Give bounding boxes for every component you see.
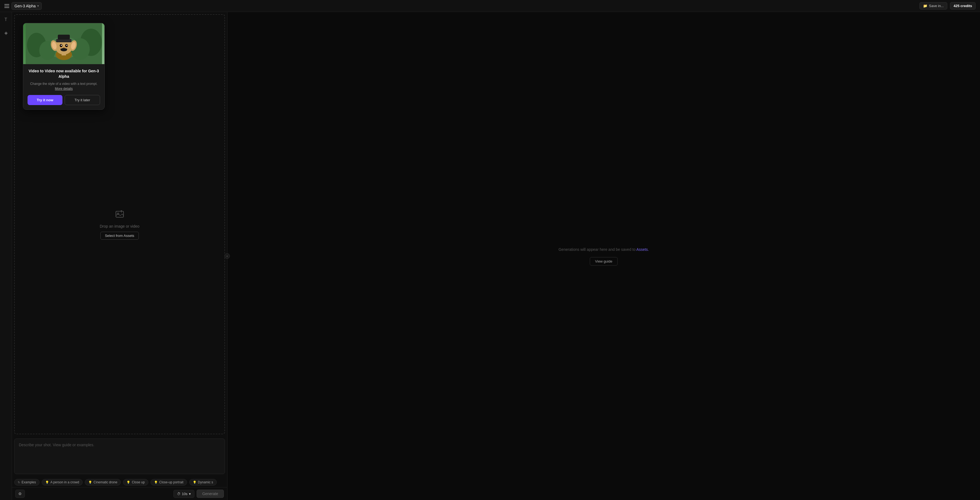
popup-buttons: Try it now Try it later [27, 95, 100, 105]
sliders-icon: ⚙ [18, 492, 22, 496]
try-later-button[interactable]: Try it later [65, 95, 100, 105]
generate-label: Generate [202, 492, 218, 496]
header-left: Gen-3 Alpha ▾ [4, 2, 42, 10]
crowd-chip[interactable]: 💡 A person in a crowd [42, 479, 83, 486]
left-panel: Drop an image or video Select from Asset… [12, 12, 228, 500]
examples-chip[interactable]: ↻ Examples [14, 479, 40, 486]
dynamic-label: Dynamic s [198, 480, 213, 484]
layers-icon[interactable]: ◈ [2, 29, 10, 37]
closeup-label: Close up [132, 480, 145, 484]
collapse-panel-button[interactable]: ‹ [224, 253, 230, 259]
feature-popup: Video to Video now available for Gen-3 A… [23, 23, 105, 110]
bottom-bar: ⚙ ⏱ 10s ▾ Generate [12, 487, 227, 500]
right-panel: Generations will appear here and be save… [228, 12, 980, 500]
app-selector[interactable]: Gen-3 Alpha ▾ [11, 2, 42, 10]
popup-desc-text: Change the style of a video with a text … [30, 82, 98, 86]
try-now-button[interactable]: Try it now [27, 95, 62, 105]
assets-link[interactable]: Assets. [636, 247, 649, 252]
bulb-icon-5: 💡 [193, 481, 197, 484]
app-name: Gen-3 Alpha [14, 4, 36, 8]
bulb-icon-4: 💡 [154, 481, 158, 484]
popup-image [23, 23, 105, 64]
save-button[interactable]: 📁 Save in... [920, 2, 947, 10]
bulb-icon: 💡 [45, 481, 49, 484]
chevron-icon: ▾ [189, 492, 191, 496]
save-label: Save in... [929, 4, 944, 8]
drop-zone-label: Drop an image or video [100, 224, 140, 228]
header: Gen-3 Alpha ▾ 📁 Save in... 425 credits [0, 0, 980, 12]
closeup-chip[interactable]: 💡 Close up [123, 479, 148, 486]
bottom-right-controls: ⏱ 10s ▾ Generate [173, 490, 224, 498]
portrait-label: Close-up portrait [159, 480, 183, 484]
prompt-input[interactable] [14, 439, 225, 474]
svg-point-20 [61, 45, 62, 46]
folder-icon: 📁 [923, 4, 928, 8]
bulb-icon-3: 💡 [127, 481, 130, 484]
portrait-chip[interactable]: 💡 Close-up portrait [151, 479, 187, 486]
info-text: Generations will appear here and be save… [558, 247, 636, 252]
generate-button[interactable]: Generate [197, 490, 224, 498]
main-layout: T ◈ Drop an image or video Select from A… [0, 12, 980, 500]
examples-label: Examples [22, 480, 36, 484]
clock-icon: ⏱ [177, 492, 180, 496]
credits-badge: 425 credits [950, 2, 976, 10]
chevron-down-icon: ▾ [37, 4, 39, 7]
generations-info: Generations will appear here and be save… [558, 246, 649, 252]
settings-button[interactable]: ⚙ [15, 490, 25, 498]
duration-button[interactable]: ⏱ 10s ▾ [173, 490, 194, 498]
menu-icon[interactable] [4, 4, 9, 8]
dynamic-chip[interactable]: 💡 Dynamic s [189, 479, 217, 486]
drone-label: Cinematic drone [94, 480, 117, 484]
duration-label: 10s [182, 492, 188, 496]
crowd-label: A person in a crowd [51, 480, 79, 484]
popup-body: Video to Video now available for Gen-3 A… [23, 64, 105, 109]
text-tool-icon[interactable]: T [2, 15, 10, 24]
more-details-link[interactable]: More details [55, 87, 73, 91]
upload-icon [115, 209, 125, 221]
bulb-icon-2: 💡 [88, 481, 92, 484]
svg-point-21 [66, 45, 67, 46]
svg-rect-17 [58, 35, 70, 40]
popup-description: Change the style of a video with a text … [27, 81, 100, 91]
credits-label: 425 credits [953, 4, 972, 8]
sidebar: T ◈ [0, 12, 12, 500]
chips-row: ↻ Examples 💡 A person in a crowd 💡 Cinem… [12, 478, 227, 487]
select-assets-button[interactable]: Select from Assets [100, 232, 139, 240]
popup-title: Video to Video now available for Gen-3 A… [27, 69, 100, 79]
view-guide-button[interactable]: View guide [590, 257, 617, 265]
header-right: 📁 Save in... 425 credits [920, 2, 976, 10]
drone-chip[interactable]: 💡 Cinematic drone [85, 479, 121, 486]
refresh-icon: ↻ [18, 481, 20, 484]
prompt-area [12, 436, 227, 478]
